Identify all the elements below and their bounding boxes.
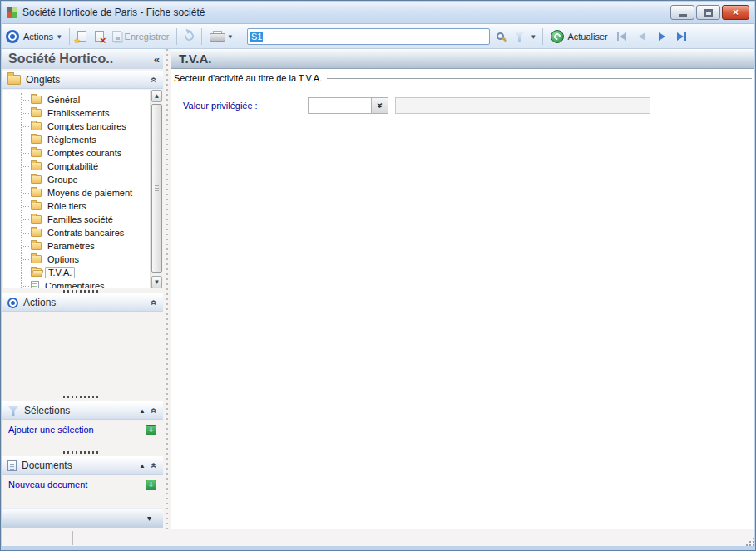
refresh-button[interactable]: Actualiser	[546, 28, 611, 45]
triangle-right-icon	[677, 32, 684, 41]
sidebar-title-bar: Société Hortico.. «	[2, 49, 163, 69]
sidebar: Société Hortico.. « Onglets « GénéralEta…	[2, 49, 165, 529]
print-button[interactable]: ▾	[205, 29, 236, 44]
tree-item[interactable]: Paramètres	[15, 239, 163, 253]
reload-button[interactable]	[180, 30, 198, 42]
tree-item[interactable]: Rôle tiers	[15, 199, 163, 213]
first-record-button[interactable]	[612, 28, 632, 45]
tree-item[interactable]: Comptes courants	[15, 146, 163, 160]
tree-item[interactable]: Contrats bancaires	[15, 226, 163, 239]
tree-item[interactable]: Général	[15, 93, 163, 106]
valeur-privilegiee-text-field[interactable]	[395, 97, 650, 114]
search-input[interactable]: S1	[247, 28, 490, 45]
actualiser-icon	[551, 30, 564, 43]
valeur-privilegiee-combo[interactable]: «	[308, 97, 388, 114]
sidebar-collapse-button[interactable]: «	[154, 53, 160, 66]
maximize-button[interactable]	[696, 5, 720, 20]
sidebar-footer[interactable]: ▾	[2, 508, 163, 528]
folder-icon	[31, 189, 42, 197]
scrollbar-thumb[interactable]	[151, 104, 162, 273]
collapse-up-icon[interactable]: ▴	[141, 461, 145, 470]
collapse-chevron-icon[interactable]: «	[149, 463, 161, 469]
previous-record-button[interactable]	[632, 28, 652, 45]
panel-header-selections[interactable]: Sélections ▴ «	[2, 401, 163, 420]
tree-item[interactable]: Règlements	[15, 133, 163, 146]
add-selection-link[interactable]: Ajouter une sélection	[8, 425, 94, 435]
tree-item[interactable]: Groupe	[15, 173, 163, 186]
add-selection-row: Ajouter une sélection +	[2, 421, 163, 438]
combo-dropdown-button[interactable]: «	[371, 98, 388, 113]
tree-item[interactable]: Options	[15, 253, 163, 266]
add-selection-plus-button[interactable]: +	[146, 425, 156, 435]
tree-item[interactable]: Comptabilité	[15, 160, 163, 173]
folder-icon	[31, 215, 42, 224]
folder-open-icon	[31, 268, 42, 277]
splitter[interactable]	[2, 451, 163, 454]
resize-grip[interactable]	[749, 541, 751, 543]
toolbar-separator	[542, 28, 543, 45]
collapse-chevron-icon[interactable]: «	[149, 408, 161, 414]
field-row: Valeur privilégiée : «	[171, 97, 754, 114]
tree-item[interactable]: Familles société	[15, 213, 163, 226]
refresh-label: Actualiser	[567, 32, 607, 42]
close-icon: ×	[733, 7, 739, 18]
folder-icon	[31, 109, 42, 117]
new-document-plus-button[interactable]: +	[146, 480, 156, 490]
tree-item-label: Comptabilité	[45, 161, 101, 171]
toolbar-separator	[176, 28, 177, 45]
app-icon	[7, 7, 17, 18]
page-title: T.V.A.	[179, 52, 211, 66]
collapse-up-icon[interactable]: ▴	[141, 406, 145, 415]
close-button[interactable]: ×	[722, 5, 749, 20]
window-title: Société Horticole de Paris - Fiche socié…	[22, 7, 205, 18]
splitter[interactable]	[2, 290, 163, 293]
actions-menu-label: Actions	[23, 32, 53, 42]
tree-item[interactable]: T.V.A.	[15, 266, 163, 279]
tree-scrollbar[interactable]: ▲ ▼	[150, 90, 163, 288]
onglets-tree: GénéralEtablissementsComptes bancairesRè…	[3, 90, 163, 288]
new-record-button[interactable]	[73, 29, 91, 43]
collapse-chevron-icon[interactable]: «	[149, 300, 161, 306]
group-header: Secteur d'activité au titre de la T.V.A.	[174, 73, 752, 83]
tree-item-label: T.V.A.	[45, 267, 75, 278]
splitter[interactable]	[2, 396, 163, 398]
tree-item[interactable]: Moyens de paiement	[15, 186, 163, 199]
panel-header-actions[interactable]: Actions «	[2, 293, 163, 312]
tree-item-label: Rôle tiers	[45, 201, 88, 211]
tree-item-label: Familles société	[45, 214, 116, 224]
tree-item-label: Commentaires	[42, 281, 107, 288]
chevron-down-icon: ▾	[147, 514, 163, 523]
next-record-button[interactable]	[652, 28, 672, 45]
selections-label: Sélections	[24, 405, 70, 416]
filter-button[interactable]: ▾	[507, 29, 540, 43]
first-record-icon	[617, 32, 619, 41]
folder-icon	[31, 175, 42, 184]
search-value: S1	[250, 32, 263, 42]
note-icon	[31, 281, 39, 288]
tree-item-label: Comptes bancaires	[45, 121, 129, 131]
selections-funnel-icon	[7, 406, 19, 416]
scroll-down-button[interactable]: ▼	[151, 276, 162, 288]
sidebar-splitter[interactable]	[166, 49, 168, 529]
tree-item[interactable]: Comptes bancaires	[15, 120, 163, 133]
refresh-icon	[183, 30, 195, 42]
delete-record-button[interactable]	[91, 29, 108, 43]
combo-value	[309, 98, 371, 113]
new-document-link[interactable]: Nouveau document	[8, 480, 87, 490]
minimize-button[interactable]	[670, 5, 694, 20]
folder-icon	[31, 122, 42, 130]
tree-item[interactable]: Etablissements	[15, 106, 163, 120]
panel-header-onglets[interactable]: Onglets «	[2, 71, 163, 89]
save-button[interactable]: Enregistrer	[108, 29, 174, 43]
scroll-up-button[interactable]: ▲	[151, 90, 162, 102]
actions-menu-button[interactable]: Actions ▾	[19, 30, 66, 43]
tree-item[interactable]: Commentaires	[15, 279, 163, 288]
status-bar	[2, 529, 754, 546]
tree-item-label: Etablissements	[45, 108, 112, 118]
toolbar-separator	[240, 28, 240, 45]
panel-header-documents[interactable]: Documents ▴ «	[2, 456, 163, 475]
search-icon[interactable]	[497, 32, 504, 40]
collapse-chevron-icon[interactable]: «	[149, 77, 161, 83]
last-record-icon	[684, 32, 686, 41]
last-record-button[interactable]	[672, 28, 692, 45]
